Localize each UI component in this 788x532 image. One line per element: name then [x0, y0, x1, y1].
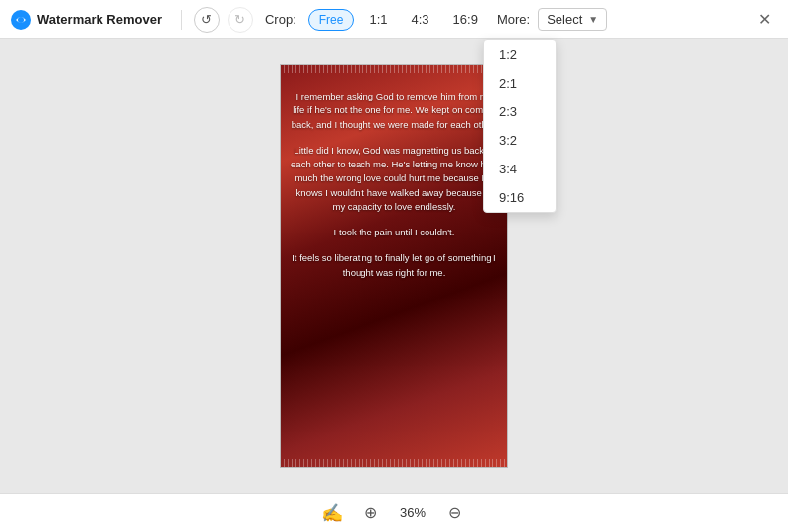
ratio-4-3-button[interactable]: 4:3 — [404, 9, 437, 30]
canvas-area: I remember asking God to remove him from… — [0, 39, 788, 493]
back-button[interactable]: ↺ — [194, 7, 220, 33]
close-button[interactable]: ✕ — [751, 6, 778, 33]
more-label: More: — [497, 12, 530, 27]
forward-icon: ↻ — [234, 12, 245, 27]
ratio-1-1-button[interactable]: 1:1 — [361, 9, 395, 30]
image-container: I remember asking God to remove him from… — [280, 64, 508, 468]
dropdown-item-2-3[interactable]: 2:3 — [484, 98, 556, 126]
hand-tool-icon[interactable]: ✍ — [321, 502, 343, 524]
back-icon: ↺ — [201, 12, 212, 27]
select-label: Select — [547, 12, 582, 27]
zoom-level-display: 36% — [400, 505, 426, 520]
app-title: Watermark Remover — [37, 12, 162, 27]
ratio-dropdown-menu: 1:2 2:1 2:3 3:2 3:4 9:16 — [483, 39, 557, 213]
app-logo: Watermark Remover — [10, 9, 162, 31]
image-preview: I remember asking God to remove him from… — [280, 64, 508, 468]
dropdown-item-9-16[interactable]: 9:16 — [484, 183, 556, 212]
zoom-in-button[interactable]: ⊕ — [359, 500, 384, 526]
dropdown-item-2-1[interactable]: 2:1 — [484, 69, 556, 98]
dropdown-item-3-4[interactable]: 3:4 — [484, 155, 556, 183]
toolbar: Watermark Remover ↺ ↻ Crop: Free 1:1 4:3… — [0, 0, 788, 39]
free-ratio-button[interactable]: Free — [308, 9, 355, 31]
zoom-out-button[interactable]: ⊖ — [441, 500, 467, 526]
dropdown-item-3-2[interactable]: 3:2 — [484, 126, 556, 155]
dropdown-item-1-2[interactable]: 1:2 — [484, 40, 556, 69]
quote-paragraph-1: I remember asking God to remove him from… — [291, 90, 497, 292]
app-logo-icon — [10, 9, 32, 31]
bottom-bar: ✍ ⊕ 36% ⊖ — [0, 493, 788, 532]
ratio-16-9-button[interactable]: 16:9 — [445, 9, 486, 30]
zoom-out-icon: ⊖ — [448, 503, 461, 522]
dropdown-arrow-icon: ▼ — [588, 14, 598, 25]
svg-point-1 — [18, 17, 24, 23]
toolbar-divider — [181, 10, 182, 30]
forward-button[interactable]: ↻ — [228, 7, 253, 33]
image-text-overlay: I remember asking God to remove him from… — [291, 80, 497, 452]
zoom-in-icon: ⊕ — [364, 503, 377, 522]
crop-label: Crop: — [265, 12, 296, 27]
select-dropdown[interactable]: Select ▼ — [538, 8, 607, 31]
close-icon: ✕ — [758, 10, 771, 29]
